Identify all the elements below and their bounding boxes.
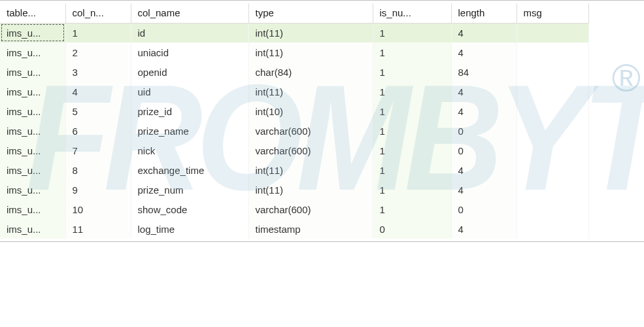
table-row[interactable]: ims_u...11log_timetimestamp04	[0, 219, 588, 239]
cell-col_name[interactable]: prize_id	[131, 101, 248, 121]
cell-is_nu[interactable]: 1	[373, 23, 451, 43]
cell-is_nu[interactable]: 1	[373, 62, 451, 82]
cell-length[interactable]: 4	[451, 23, 517, 43]
cell-type[interactable]: int(11)	[248, 23, 373, 43]
table-row[interactable]: ims_u...1idint(11)14	[0, 23, 588, 43]
column-header-is_nu[interactable]: is_nu...	[373, 3, 451, 23]
cell-length[interactable]: 84	[451, 62, 517, 82]
cell-table_name[interactable]: ims_u...	[0, 199, 65, 219]
table-row[interactable]: ims_u...3openidchar(84)184	[0, 62, 588, 82]
cell-length[interactable]: 0	[451, 199, 517, 219]
cell-col_n[interactable]: 9	[65, 180, 131, 199]
cell-table_name[interactable]: ims_u...	[0, 121, 65, 141]
cell-table_name[interactable]: ims_u...	[0, 62, 65, 82]
cell-is_nu[interactable]: 1	[373, 121, 451, 141]
cell-length[interactable]: 4	[451, 101, 517, 121]
cell-col_n[interactable]: 10	[65, 199, 131, 219]
cell-type[interactable]: int(11)	[248, 160, 373, 180]
cell-col_name[interactable]: uid	[131, 82, 248, 101]
data-table[interactable]: table...col_n...col_nametypeis_nu...leng…	[0, 3, 589, 239]
cell-col_name[interactable]: show_code	[131, 199, 248, 219]
column-header-type[interactable]: type	[248, 3, 373, 23]
cell-col_name[interactable]: openid	[131, 62, 248, 82]
cell-is_nu[interactable]: 1	[373, 101, 451, 121]
cell-msg[interactable]	[517, 82, 588, 101]
cell-col_n[interactable]: 7	[65, 141, 131, 160]
cell-length[interactable]: 4	[451, 160, 517, 180]
column-header-msg[interactable]: msg	[517, 3, 588, 23]
table-row[interactable]: ims_u...4uidint(11)14	[0, 82, 588, 101]
cell-length[interactable]: 4	[451, 180, 517, 199]
cell-is_nu[interactable]: 1	[373, 180, 451, 199]
table-row[interactable]: ims_u...5prize_idint(10)14	[0, 101, 588, 121]
cell-col_name[interactable]: uniacid	[131, 43, 248, 62]
cell-col_n[interactable]: 3	[65, 62, 131, 82]
cell-type[interactable]: int(11)	[248, 43, 373, 62]
cell-type[interactable]: varchar(600)	[248, 141, 373, 160]
cell-msg[interactable]	[517, 160, 588, 180]
cell-is_nu[interactable]: 1	[373, 43, 451, 62]
cell-table_name[interactable]: ims_u...	[0, 219, 65, 239]
table-row[interactable]: ims_u...6prize_namevarchar(600)10	[0, 121, 588, 141]
cell-table_name[interactable]: ims_u...	[0, 23, 65, 43]
cell-msg[interactable]	[517, 199, 588, 219]
table-container: table...col_n...col_nametypeis_nu...leng…	[0, 3, 644, 239]
cell-length[interactable]: 0	[451, 121, 517, 141]
table-row[interactable]: ims_u...9prize_numint(11)14	[0, 180, 588, 199]
cell-col_name[interactable]: log_time	[131, 219, 248, 239]
cell-type[interactable]: char(84)	[248, 62, 373, 82]
cell-table_name[interactable]: ims_u...	[0, 43, 65, 62]
cell-msg[interactable]	[517, 101, 588, 121]
table-row[interactable]: ims_u...8exchange_timeint(11)14	[0, 160, 588, 180]
cell-col_n[interactable]: 4	[65, 82, 131, 101]
cell-table_name[interactable]: ims_u...	[0, 101, 65, 121]
cell-type[interactable]: varchar(600)	[248, 121, 373, 141]
cell-col_n[interactable]: 1	[65, 23, 131, 43]
column-header-length[interactable]: length	[451, 3, 517, 23]
cell-col_name[interactable]: nick	[131, 141, 248, 160]
cell-length[interactable]: 0	[451, 141, 517, 160]
table-body: ims_u...1idint(11)14ims_u...2uniacidint(…	[0, 23, 588, 239]
column-header-col_name[interactable]: col_name	[131, 3, 248, 23]
cell-msg[interactable]	[517, 23, 588, 43]
cell-col_name[interactable]: exchange_time	[131, 160, 248, 180]
cell-type[interactable]: int(11)	[248, 82, 373, 101]
cell-col_n[interactable]: 6	[65, 121, 131, 141]
cell-col_n[interactable]: 5	[65, 101, 131, 121]
cell-table_name[interactable]: ims_u...	[0, 160, 65, 180]
table-row[interactable]: ims_u...7nickvarchar(600)10	[0, 141, 588, 160]
cell-length[interactable]: 4	[451, 82, 517, 101]
table-frame: table...col_n...col_nametypeis_nu...leng…	[0, 0, 644, 242]
cell-length[interactable]: 4	[451, 219, 517, 239]
cell-col_name[interactable]: prize_name	[131, 121, 248, 141]
cell-msg[interactable]	[517, 219, 588, 239]
cell-msg[interactable]	[517, 180, 588, 199]
cell-type[interactable]: int(11)	[248, 180, 373, 199]
cell-col_name[interactable]: prize_num	[131, 180, 248, 199]
cell-is_nu[interactable]: 1	[373, 82, 451, 101]
cell-col_name[interactable]: id	[131, 23, 248, 43]
table-row[interactable]: ims_u...2uniacidint(11)14	[0, 43, 588, 62]
cell-msg[interactable]	[517, 43, 588, 62]
cell-col_n[interactable]: 2	[65, 43, 131, 62]
cell-col_n[interactable]: 11	[65, 219, 131, 239]
cell-msg[interactable]	[517, 121, 588, 141]
cell-col_n[interactable]: 8	[65, 160, 131, 180]
cell-table_name[interactable]: ims_u...	[0, 180, 65, 199]
cell-msg[interactable]	[517, 62, 588, 82]
cell-table_name[interactable]: ims_u...	[0, 82, 65, 101]
cell-is_nu[interactable]: 1	[373, 141, 451, 160]
cell-is_nu[interactable]: 0	[373, 219, 451, 239]
cell-type[interactable]: timestamp	[248, 219, 373, 239]
table-row[interactable]: ims_u...10show_codevarchar(600)10	[0, 199, 588, 219]
cell-is_nu[interactable]: 1	[373, 160, 451, 180]
column-header-col_n[interactable]: col_n...	[65, 3, 131, 23]
cell-is_nu[interactable]: 1	[373, 199, 451, 219]
cell-table_name[interactable]: ims_u...	[0, 141, 65, 160]
column-header-table_name[interactable]: table...	[0, 3, 65, 23]
cell-type[interactable]: int(10)	[248, 101, 373, 121]
cell-length[interactable]: 4	[451, 43, 517, 62]
cell-type[interactable]: varchar(600)	[248, 199, 373, 219]
table-header: table...col_n...col_nametypeis_nu...leng…	[0, 3, 588, 23]
cell-msg[interactable]	[517, 141, 588, 160]
